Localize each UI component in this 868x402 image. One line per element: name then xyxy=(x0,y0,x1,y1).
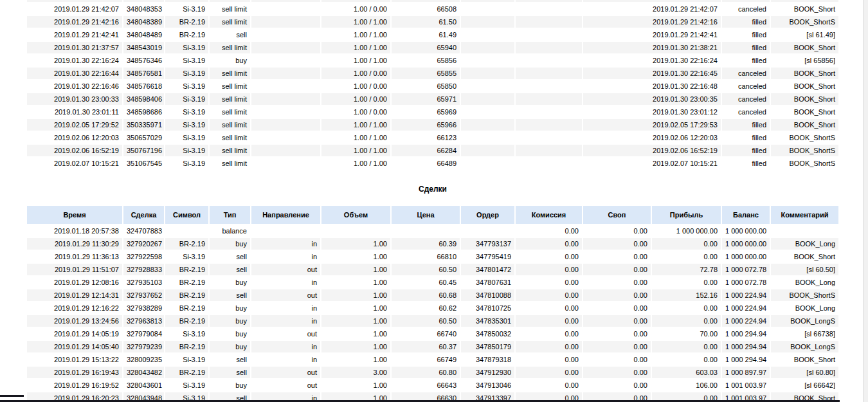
cell-price: 61.49 xyxy=(392,29,460,42)
cell-price: 60.45 xyxy=(392,277,460,289)
cell-empty xyxy=(461,145,514,158)
cell-type: sell limit xyxy=(210,16,250,29)
cell-volume: 1.00 xyxy=(321,251,390,264)
cell-empty xyxy=(461,119,514,132)
cell-empty xyxy=(461,42,514,55)
cell-commission: 0.00 xyxy=(516,277,582,289)
cell-empty xyxy=(516,119,582,132)
cell-volume: 3.00 xyxy=(321,367,390,379)
cell-exec_time: 2019.01.30 22:16:24 xyxy=(583,55,721,68)
cell-order: 348048489 xyxy=(123,29,164,42)
cell-symbol: Si-3.19 xyxy=(165,80,208,93)
cell-symbol: Si-3.19 xyxy=(165,145,208,158)
cell-comment: BOOK_Long xyxy=(771,277,838,289)
cell-type: buy xyxy=(210,302,250,315)
cell-empty xyxy=(461,106,514,119)
cell-comment xyxy=(771,225,838,238)
table-row: 2019.01.30 22:16:44348576581Si-3.19sell … xyxy=(27,68,838,80)
cell-state: filled xyxy=(722,55,770,68)
cell-comment: BOOK_LongS xyxy=(771,315,838,328)
cell-volume: 1.00 xyxy=(321,341,390,354)
cell-profit: 0.00 xyxy=(652,277,721,289)
cell-order xyxy=(461,225,514,238)
cell-deal: 327979239 xyxy=(123,341,164,354)
cell-balance: 1 000 294.94 xyxy=(722,341,770,354)
cell-swap: 0.00 xyxy=(583,379,651,392)
cell-time: 2019.01.29 11:36:13 xyxy=(27,251,122,264)
cell-price: 66643 xyxy=(392,379,460,392)
cell-balance: 1 000 224.94 xyxy=(722,289,770,302)
cell-empty xyxy=(516,145,582,158)
cell-empty xyxy=(461,68,514,80)
vertical-scrollbar-track[interactable] xyxy=(863,0,868,402)
cell-commission: 0.00 xyxy=(516,315,582,328)
cell-type: sell xyxy=(210,367,250,379)
orders-table: 2019.01.29 21:42:07348048353Si-3.19sell … xyxy=(26,0,840,170)
cell-price: 66810 xyxy=(392,251,460,264)
cell-price: 66123 xyxy=(392,132,460,145)
deals-header-profit: Прибыль xyxy=(652,206,721,225)
cell-time: 2019.01.30 21:37:57 xyxy=(27,42,122,55)
cell-direction: in xyxy=(251,238,320,251)
cell-volume: 1.00 xyxy=(321,379,390,392)
cell-exec_time: 2019.01.30 21:38:21 xyxy=(583,42,721,55)
cell-volume: 1.00 xyxy=(321,289,390,302)
table-row: 2019.01.29 16:19:43328043482BR-2.19sello… xyxy=(27,367,838,379)
table-row: 2019.01.29 21:42:41348048489BR-2.19sell1… xyxy=(27,29,838,42)
cell-profit: 0.00 xyxy=(652,354,721,367)
table-row: 2019.01.29 11:36:13327922598Si-3.19selli… xyxy=(27,251,838,264)
cell-order: 350657029 xyxy=(123,132,164,145)
cell-exec_time: 2019.01.29 21:42:41 xyxy=(583,29,721,42)
cell-swap: 0.00 xyxy=(583,354,651,367)
cell-symbol: BR-2.19 xyxy=(165,315,208,328)
cell-state: filled xyxy=(722,145,770,158)
deals-header-balance: Баланс xyxy=(722,206,770,225)
cell-order: 348576618 xyxy=(123,80,164,93)
cell-symbol: Si-3.19 xyxy=(165,132,208,145)
cell-time: 2019.01.29 15:13:22 xyxy=(27,354,122,367)
cell-symbol: BR-2.19 xyxy=(165,264,208,277)
cell-comment: BOOK_Long xyxy=(771,302,838,315)
cell-time: 2019.02.06 16:52:19 xyxy=(27,145,122,158)
cell-empty xyxy=(516,42,582,55)
cell-swap: 0.00 xyxy=(583,328,651,341)
cell-time: 2019.01.30 22:16:46 xyxy=(27,80,122,93)
cell-time: 2019.01.29 11:30:29 xyxy=(27,238,122,251)
cell-order: 348576581 xyxy=(123,68,164,80)
cell-state: canceled xyxy=(722,80,770,93)
cell-time: 2019.01.30 22:16:24 xyxy=(27,55,122,68)
cell-type: sell limit xyxy=(210,132,250,145)
cell-type: buy xyxy=(210,277,250,289)
cell-empty xyxy=(251,16,320,29)
cell-symbol: BR-2.19 xyxy=(165,277,208,289)
table-row: 2019.01.30 21:37:57348543019Si-3.19sell … xyxy=(27,42,838,55)
cell-exec_time: 2019.01.30 22:16:45 xyxy=(583,68,721,80)
cell-swap: 0.00 xyxy=(583,315,651,328)
cell-comment: [sl 66642] xyxy=(771,379,838,392)
cell-order: 348598686 xyxy=(123,106,164,119)
cell-deal: 327963813 xyxy=(123,315,164,328)
cell-volume: 1.00 / 1.00 xyxy=(321,119,390,132)
cell-state: filled xyxy=(722,119,770,132)
cell-commission: 0.00 xyxy=(516,379,582,392)
cell-price: 61.50 xyxy=(392,16,460,29)
table-row: 2019.02.06 12:20:03350657029Si-3.19sell … xyxy=(27,132,838,145)
cell-direction: in xyxy=(251,315,320,328)
cell-price: 65969 xyxy=(392,106,460,119)
cell-order: 348048389 xyxy=(123,16,164,29)
table-row: 2019.01.29 12:08:16327935103BR-2.19buyin… xyxy=(27,277,838,289)
cell-balance: 1 000 897.97 xyxy=(722,367,770,379)
cell-comment: BOOK_Short xyxy=(771,3,838,16)
cell-volume: 1.00 xyxy=(321,315,390,328)
cell-symbol: Si-3.19 xyxy=(165,42,208,55)
cell-direction: in xyxy=(251,277,320,289)
cell-empty xyxy=(251,93,320,106)
cell-balance: 1 001 003.97 xyxy=(722,379,770,392)
cell-price: 66740 xyxy=(392,328,460,341)
cell-empty xyxy=(251,132,320,145)
cell-swap: 0.00 xyxy=(583,277,651,289)
cell-commission: 0.00 xyxy=(516,354,582,367)
table-row: 2019.01.29 14:05:40327979239BR-2.19buyin… xyxy=(27,341,838,354)
cell-order: 348576346 xyxy=(123,55,164,68)
cell-comment: BOOK_ShortS xyxy=(771,145,838,158)
